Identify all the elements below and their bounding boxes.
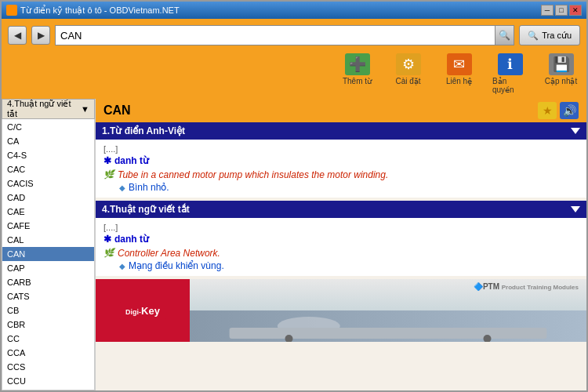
ad-car-area: 🔷PTM Product Training Modules lin bbox=[190, 279, 586, 342]
word-item[interactable]: CAC bbox=[2, 162, 94, 176]
section-4-def-en: Controller Area Network. bbox=[103, 248, 579, 259]
word-item[interactable]: CBR bbox=[2, 318, 94, 332]
toolbar: ◀ ▶ 🔍 🔍 Tra cứu bbox=[2, 19, 586, 52]
action-lien-he[interactable]: ✉ Liên hệ bbox=[441, 53, 477, 94]
maximize-button[interactable]: □ bbox=[555, 5, 568, 16]
section-1-title: 1.Từ điển Anh-Việt bbox=[102, 125, 185, 136]
action-cai-dat[interactable]: ⚙ Cài đặt bbox=[390, 53, 426, 94]
section-4-word-type: danh từ bbox=[103, 234, 579, 245]
lien-he-icon: ✉ bbox=[447, 53, 472, 75]
search-icon: 🔍 bbox=[499, 30, 510, 41]
section-1-chevron-icon bbox=[571, 128, 580, 134]
title-bar-left: Từ điển kỹ thuật ô tô - OBDVietnam.NET bbox=[6, 5, 180, 16]
lien-he-label: Liên hệ bbox=[446, 77, 472, 85]
category-dropdown[interactable]: 4.Thuật ngữ viết tắt ▼ bbox=[2, 99, 95, 119]
them-tu-icon: ➕ bbox=[345, 53, 370, 75]
section-4-header: 4.Thuật ngữ viết tắt bbox=[96, 201, 586, 218]
category-label: 4.Thuật ngữ viết tắt bbox=[7, 99, 81, 119]
ad-ptm-text: 🔷PTM Product Training Modules bbox=[474, 282, 579, 291]
search-btn-label: Tra cứu bbox=[542, 31, 572, 41]
word-item[interactable]: CCA bbox=[2, 346, 94, 360]
cap-nhat-icon: 💾 bbox=[549, 53, 574, 75]
word-item[interactable]: CAP bbox=[2, 261, 94, 275]
svg-rect-1 bbox=[230, 328, 547, 339]
section-4-def-vn: Mạng điều khiển vùng. bbox=[119, 260, 579, 271]
section-4-chevron-icon bbox=[571, 206, 580, 212]
word-item[interactable]: C4-S bbox=[2, 148, 94, 162]
word-item[interactable]: CARB bbox=[2, 275, 94, 289]
content-area: 4.Thuật ngữ viết tắt ▼ BETBHPBMEPBSFBTDC… bbox=[2, 99, 586, 390]
dict-section-1: 1.Từ điển Anh-Việt [....] danh từ Tube i… bbox=[96, 122, 586, 198]
word-item[interactable]: CAE bbox=[2, 205, 94, 219]
section-1-header: 1.Từ điển Anh-Việt bbox=[96, 122, 586, 140]
section-1-body: [....] danh từ Tube in a canned motor pu… bbox=[96, 140, 586, 198]
section-1-def-en: Tube in a canned motor pump which insula… bbox=[103, 169, 579, 180]
word-item[interactable]: C/C bbox=[2, 120, 94, 134]
word-item[interactable]: CACIS bbox=[2, 176, 94, 191]
car-svg bbox=[190, 310, 586, 342]
search-icon-button[interactable]: 🔍 bbox=[495, 25, 514, 45]
section-1-dots: [....] bbox=[103, 144, 579, 154]
word-item[interactable]: CAN bbox=[2, 247, 94, 261]
word-item[interactable]: CATS bbox=[2, 289, 94, 303]
search-input[interactable] bbox=[55, 25, 495, 45]
result-header: CAN ★ 🔊 bbox=[96, 99, 586, 122]
chevron-down-icon: ▼ bbox=[81, 104, 89, 114]
section-4-dots: [....] bbox=[103, 223, 579, 232]
word-item[interactable]: CB bbox=[2, 303, 94, 318]
result-title: CAN bbox=[103, 103, 131, 118]
action-bar: ➕ Thêm từ ⚙ Cài đặt ✉ Liên hệ ℹ Bản quyề… bbox=[2, 52, 586, 99]
word-item[interactable]: CC bbox=[2, 332, 94, 346]
search-icon-small: 🔍 bbox=[528, 31, 539, 41]
ad-car-silhouette bbox=[190, 310, 586, 342]
ad-left-panel: Digi-Key bbox=[96, 279, 190, 342]
close-button[interactable]: ✕ bbox=[569, 5, 582, 16]
digikey-logo: Digi-Key bbox=[119, 302, 166, 320]
section-4-title: 4.Thuật ngữ viết tắt bbox=[102, 204, 190, 215]
results-content[interactable]: 1.Từ điển Anh-Việt [....] danh từ Tube i… bbox=[96, 122, 586, 390]
window-title: Từ điển kỹ thuật ô tô - OBDVietnam.NET bbox=[20, 5, 180, 16]
advertisement-area: Digi-Key 🔷PTM Product Training Modules l… bbox=[96, 279, 586, 342]
word-item[interactable]: CAD bbox=[2, 191, 94, 205]
right-panel: CAN ★ 🔊 1.Từ điển Anh-Việt bbox=[96, 99, 586, 390]
word-item[interactable]: CAL bbox=[2, 233, 94, 247]
cai-dat-label: Cài đặt bbox=[395, 77, 420, 85]
star-icon: ★ bbox=[543, 104, 553, 117]
header-icons: ★ 🔊 bbox=[538, 102, 579, 119]
word-item[interactable]: CD1 bbox=[2, 388, 94, 390]
star-button[interactable]: ★ bbox=[538, 102, 557, 119]
ban-quyen-label: Bản quyền bbox=[492, 77, 528, 94]
sound-button[interactable]: 🔊 bbox=[560, 102, 579, 119]
app-icon bbox=[6, 5, 17, 16]
search-button[interactable]: 🔍 Tra cứu bbox=[519, 25, 580, 45]
dict-section-4: 4.Thuật ngữ viết tắt [....] danh từ Cont… bbox=[96, 201, 586, 276]
ban-quyen-icon: ℹ bbox=[498, 53, 523, 75]
left-panel: 4.Thuật ngữ viết tắt ▼ BETBHPBMEPBSFBTDC… bbox=[2, 99, 96, 390]
back-button[interactable]: ◀ bbox=[8, 26, 27, 45]
sound-icon: 🔊 bbox=[563, 104, 576, 117]
section-1-word-type: danh từ bbox=[103, 155, 579, 166]
word-item[interactable]: CA bbox=[2, 134, 94, 148]
minimize-button[interactable]: ─ bbox=[541, 5, 554, 16]
action-ban-quyen[interactable]: ℹ Bản quyền bbox=[492, 53, 528, 94]
title-bar: Từ điển kỹ thuật ô tô - OBDVietnam.NET ─… bbox=[2, 2, 586, 19]
cap-nhat-label: Cập nhật bbox=[545, 77, 577, 85]
title-bar-controls: ─ □ ✕ bbox=[541, 5, 582, 16]
forward-button[interactable]: ▶ bbox=[31, 26, 50, 45]
word-item[interactable]: CCS bbox=[2, 360, 94, 374]
cai-dat-icon: ⚙ bbox=[396, 53, 421, 75]
section-4-body: [....] danh từ Controller Area Network. … bbox=[96, 218, 586, 276]
them-tu-label: Thêm từ bbox=[343, 77, 372, 85]
main-window: Từ điển kỹ thuật ô tô - OBDVietnam.NET ─… bbox=[0, 0, 588, 392]
action-them-tu[interactable]: ➕ Thêm từ bbox=[339, 53, 375, 94]
action-cap-nhat[interactable]: 💾 Cập nhật bbox=[543, 53, 579, 94]
word-item[interactable]: CCU bbox=[2, 374, 94, 388]
word-item[interactable]: CAFE bbox=[2, 219, 94, 233]
section-1-def-vn: Bình nhỏ. bbox=[119, 182, 579, 193]
word-list[interactable]: BETBHPBMEPBSFBTDCCC-CC/CCAC4-SCACCACISCA… bbox=[2, 119, 95, 390]
